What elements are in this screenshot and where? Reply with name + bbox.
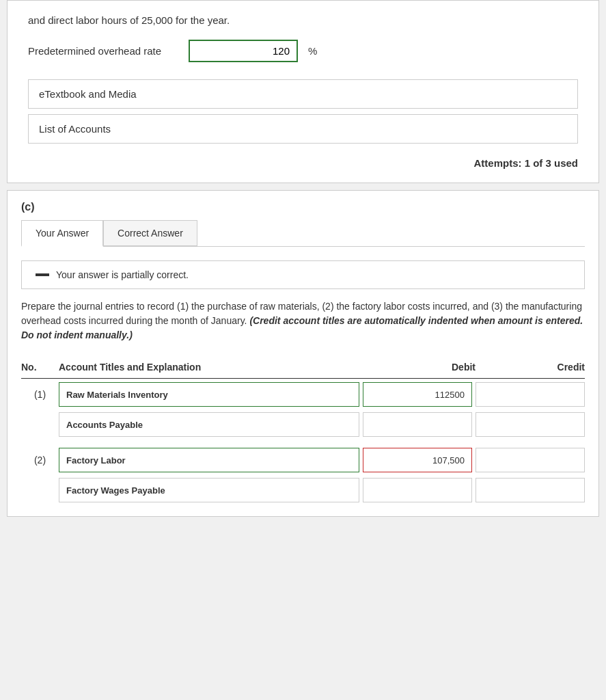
row-2-debit-input[interactable]: [363, 412, 472, 437]
row-3-no: (2): [21, 455, 59, 466]
dash-icon: [36, 273, 49, 276]
overhead-rate-row: Predetermined overhead rate %: [28, 40, 578, 62]
header-credit: Credit: [476, 362, 585, 373]
table-row: (1): [21, 382, 585, 407]
header-debit: Debit: [366, 362, 476, 373]
tab-correct-answer[interactable]: Correct Answer: [103, 220, 197, 246]
status-text: Your answer is partially correct.: [56, 269, 189, 280]
header-account: Account Titles and Explanation: [59, 362, 366, 373]
table-header: No. Account Titles and Explanation Debit…: [21, 356, 585, 379]
row-3-credit-input[interactable]: [476, 448, 585, 472]
question-text: Prepare the journal entries to record (1…: [21, 299, 585, 342]
overhead-rate-label: Predetermined overhead rate: [28, 45, 178, 57]
tabs-container: Your Answer Correct Answer: [21, 220, 585, 247]
row-1-no: (1): [21, 389, 59, 400]
row-4-debit-input[interactable]: [363, 478, 472, 502]
answer-status-box: Your answer is partially correct.: [21, 260, 585, 289]
row-3-account-input[interactable]: [59, 448, 359, 472]
row-4-credit-input[interactable]: [476, 478, 585, 502]
part-label: (c): [8, 191, 598, 220]
row-1-credit-input[interactable]: [476, 382, 585, 407]
list-of-accounts-button[interactable]: List of Accounts: [28, 114, 578, 144]
attempts-row: Attempts: 1 of 3 used: [28, 157, 578, 169]
row-3-debit-input[interactable]: [363, 448, 472, 472]
attempts-text: Attempts: 1 of 3 used: [473, 157, 578, 169]
header-no: No.: [21, 362, 59, 373]
row-1-debit-input[interactable]: [363, 382, 472, 407]
intro-text: and direct labor hours of 25,000 for the…: [28, 14, 578, 26]
percent-symbol: %: [308, 45, 317, 57]
tab-your-answer[interactable]: Your Answer: [21, 220, 103, 247]
table-row: [21, 478, 585, 502]
etextbook-button[interactable]: eTextbook and Media: [28, 79, 578, 109]
row-2-credit-input[interactable]: [476, 412, 585, 437]
row-1-account-input[interactable]: [59, 382, 359, 407]
overhead-rate-input[interactable]: [189, 40, 298, 62]
journal-table: No. Account Titles and Explanation Debit…: [21, 356, 585, 502]
page-container: and direct labor hours of 25,000 for the…: [0, 0, 606, 517]
table-row: (2): [21, 448, 585, 472]
part-c-section: (c) Your Answer Correct Answer Your answ…: [7, 190, 599, 517]
spacer: [21, 442, 585, 448]
top-section: and direct labor hours of 25,000 for the…: [7, 0, 599, 183]
table-row: [21, 412, 585, 437]
row-4-account-input[interactable]: [59, 478, 359, 502]
row-2-account-input[interactable]: [59, 412, 359, 437]
